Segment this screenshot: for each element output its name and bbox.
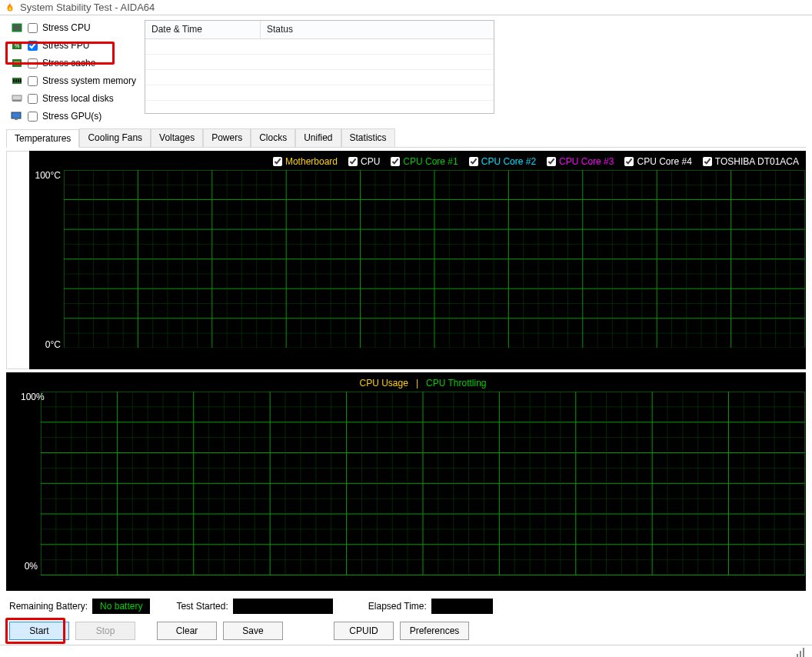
legend-label: CPU bbox=[361, 156, 380, 167]
stress-checkbox[interactable] bbox=[28, 112, 38, 122]
legend-item[interactable]: CPU bbox=[348, 156, 380, 167]
stress-label: Stress system memory bbox=[42, 75, 136, 86]
stress-label: Stress CPU bbox=[42, 22, 91, 33]
tab-statistics[interactable]: Statistics bbox=[341, 128, 395, 147]
legend-checkbox[interactable] bbox=[703, 157, 712, 166]
svg-rect-1 bbox=[14, 25, 20, 30]
hardware-icon bbox=[11, 111, 23, 122]
stress-checkbox[interactable] bbox=[28, 23, 38, 33]
tab-cooling-fans[interactable]: Cooling Fans bbox=[79, 128, 151, 147]
save-button[interactable]: Save bbox=[223, 622, 283, 640]
hardware-icon bbox=[11, 58, 23, 68]
svg-rect-9 bbox=[18, 79, 19, 82]
hardware-icon bbox=[11, 75, 23, 86]
preferences-button[interactable]: Preferences bbox=[400, 622, 469, 640]
legend-item[interactable]: CPU Core #2 bbox=[469, 156, 536, 167]
battery-value: No battery bbox=[92, 599, 150, 614]
legend-checkbox[interactable] bbox=[469, 157, 478, 166]
app-icon bbox=[5, 2, 15, 13]
stress-option-stress-system-memory[interactable]: Stress system memory bbox=[11, 73, 137, 88]
legend-checkbox[interactable] bbox=[348, 157, 358, 166]
legend-label: CPU Throttling bbox=[426, 378, 486, 389]
legend-item[interactable]: CPU Core #4 bbox=[624, 156, 691, 167]
svg-rect-8 bbox=[15, 79, 17, 82]
usage-graph: 100% 0% CPU Usage | CPU Throttling bbox=[6, 372, 806, 591]
legend-label: CPU Usage bbox=[360, 378, 408, 389]
stress-options-panel: Stress CPU%Stress FPUStress cacheStress … bbox=[6, 20, 137, 124]
legend-item[interactable]: CPU Core #3 bbox=[547, 156, 614, 167]
stress-checkbox[interactable] bbox=[28, 94, 38, 104]
svg-rect-12 bbox=[12, 100, 22, 102]
legend-checkbox[interactable] bbox=[273, 157, 282, 166]
hardware-icon bbox=[11, 93, 23, 104]
tab-clocks[interactable]: Clocks bbox=[251, 128, 295, 147]
legend-label: CPU Core #1 bbox=[403, 156, 458, 167]
cpuid-button[interactable]: CPUID bbox=[334, 622, 394, 640]
temperature-graph: 100°C 0°C MotherboardCPUCPU Core #1CPU C… bbox=[6, 151, 806, 369]
graph-tabs: TemperaturesCooling FansVoltagesPowersCl… bbox=[6, 128, 806, 148]
elapsed-value bbox=[431, 599, 493, 614]
stress-checkbox[interactable] bbox=[28, 58, 38, 68]
graph2-ymin: 0% bbox=[21, 561, 38, 572]
tab-temperatures[interactable]: Temperatures bbox=[6, 129, 79, 148]
stress-label: Stress local disks bbox=[42, 93, 114, 104]
stress-checkbox[interactable] bbox=[28, 41, 38, 51]
stress-option-stress-gpu-s-[interactable]: Stress GPU(s) bbox=[11, 108, 137, 124]
event-log-table: Date & Time Status bbox=[145, 20, 494, 114]
clear-button[interactable]: Clear bbox=[157, 622, 217, 640]
legend-separator: | bbox=[416, 378, 418, 389]
legend-label: TOSHIBA DT01ACA bbox=[715, 156, 799, 167]
start-button[interactable]: Start bbox=[9, 622, 69, 640]
buttons-row: Start Stop Clear Save CPUID Preferences bbox=[0, 615, 812, 645]
graph2-ymax: 100% bbox=[21, 392, 38, 402]
status-row: Remaining Battery: No battery Test Start… bbox=[0, 591, 812, 615]
tab-voltages[interactable]: Voltages bbox=[151, 128, 203, 147]
stress-option-stress-cpu[interactable]: Stress CPU bbox=[11, 20, 137, 35]
legend-label: CPU Core #2 bbox=[481, 156, 536, 167]
stress-checkbox[interactable] bbox=[28, 76, 38, 86]
titlebar: System Stability Test - AIDA64 bbox=[0, 0, 812, 15]
svg-rect-13 bbox=[12, 112, 21, 118]
graph1-ymax: 100°C bbox=[30, 170, 61, 181]
event-log-body bbox=[145, 39, 494, 115]
stress-label: Stress cache bbox=[42, 58, 95, 68]
svg-rect-7 bbox=[13, 79, 15, 82]
stop-button: Stop bbox=[75, 622, 135, 640]
log-header-datetime[interactable]: Date & Time bbox=[145, 21, 261, 38]
battery-label: Remaining Battery: bbox=[9, 601, 88, 612]
legend-checkbox[interactable] bbox=[391, 157, 400, 166]
legend-label: CPU Core #3 bbox=[559, 156, 614, 167]
legend-item: CPU Usage bbox=[360, 378, 408, 389]
stress-option-stress-local-disks[interactable]: Stress local disks bbox=[11, 91, 137, 106]
svg-rect-10 bbox=[20, 79, 22, 82]
log-header-status[interactable]: Status bbox=[261, 21, 494, 38]
hardware-icon: % bbox=[11, 40, 23, 51]
legend-label: Motherboard bbox=[285, 156, 338, 167]
svg-rect-11 bbox=[12, 95, 22, 100]
svg-text:%: % bbox=[15, 43, 19, 48]
legend-label: CPU Core #4 bbox=[637, 156, 691, 167]
hardware-icon bbox=[11, 22, 23, 33]
graph-gutter bbox=[6, 151, 29, 369]
tab-unified[interactable]: Unified bbox=[295, 128, 341, 147]
tab-powers[interactable]: Powers bbox=[203, 128, 251, 147]
legend-item[interactable]: CPU Core #1 bbox=[391, 156, 458, 167]
legend-item[interactable]: Motherboard bbox=[273, 156, 338, 167]
stress-option-stress-fpu[interactable]: %Stress FPU bbox=[11, 38, 137, 53]
stress-label: Stress GPU(s) bbox=[42, 111, 102, 122]
test-started-label: Test Started: bbox=[176, 601, 228, 612]
elapsed-label: Elapsed Time: bbox=[368, 601, 427, 612]
svg-rect-14 bbox=[15, 118, 18, 120]
legend-checkbox[interactable] bbox=[624, 157, 634, 166]
graph1-ymin: 0°C bbox=[30, 339, 61, 350]
legend-item[interactable]: TOSHIBA DT01ACA bbox=[703, 156, 799, 167]
legend-item: CPU Throttling bbox=[426, 378, 486, 389]
window-title: System Stability Test - AIDA64 bbox=[20, 2, 155, 13]
stress-option-stress-cache[interactable]: Stress cache bbox=[11, 55, 137, 71]
legend-checkbox[interactable] bbox=[547, 157, 556, 166]
stress-label: Stress FPU bbox=[42, 40, 89, 51]
svg-rect-5 bbox=[14, 62, 20, 65]
statusbar bbox=[0, 645, 812, 657]
test-started-value bbox=[233, 599, 333, 614]
resize-grip-icon[interactable] bbox=[797, 646, 809, 657]
